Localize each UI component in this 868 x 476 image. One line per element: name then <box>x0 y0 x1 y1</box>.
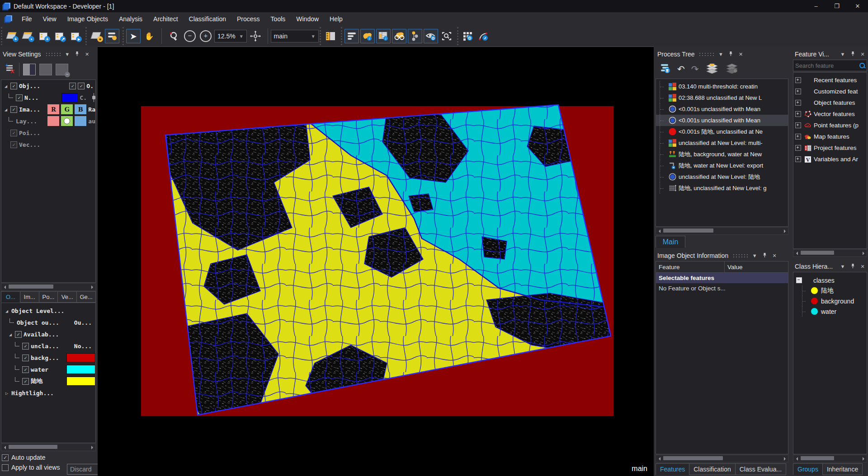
caret-icon[interactable]: ◢ <box>3 84 9 89</box>
expand-icon[interactable] <box>795 122 801 128</box>
pin-icon[interactable] <box>761 252 768 259</box>
pin-icon[interactable] <box>849 51 856 57</box>
class-checkbox[interactable]: ✓ <box>22 378 29 385</box>
horizontal-scrollbar[interactable] <box>656 227 788 235</box>
close-icon[interactable]: ✕ <box>859 264 866 270</box>
process-item[interactable]: <0.001s 陆地, unclassified at Ne <box>656 126 788 137</box>
tab-class-evaluation[interactable]: Class Evalua... <box>736 463 786 475</box>
tab-geometry[interactable]: Ge... <box>77 291 96 303</box>
expand-icon[interactable] <box>795 77 801 83</box>
process-tree-tab-main[interactable]: Main <box>656 236 685 248</box>
pin-icon[interactable] <box>727 51 734 57</box>
outline-color-swatch[interactable] <box>61 93 78 103</box>
scroll-left-arrow[interactable] <box>656 455 662 462</box>
drag-grip[interactable] <box>46 52 61 56</box>
copy-level-button[interactable]: ⚙ <box>725 63 739 75</box>
feature-view-button[interactable]: i <box>376 29 391 43</box>
tree-row-unclassified[interactable]: ✓ uncla... No... <box>1 340 95 352</box>
blue-layer-chip[interactable] <box>75 116 86 126</box>
process-item[interactable]: 陆地, background, water at New <box>656 149 788 160</box>
blue-channel-chip[interactable]: B <box>75 104 86 114</box>
single-view-button[interactable] <box>39 64 52 75</box>
feature-group[interactable]: Vector features <box>793 108 867 120</box>
vector-checkbox[interactable]: ✓ <box>10 141 17 148</box>
transparency-glasses-button[interactable] <box>392 29 406 43</box>
expand-icon[interactable] <box>795 89 801 94</box>
tree-row-vector[interactable]: ✓ Vec... <box>1 139 95 150</box>
scroll-left-arrow[interactable] <box>793 455 800 462</box>
scroll-left-arrow[interactable] <box>1 444 8 451</box>
feature-group[interactable]: Object features <box>793 97 867 108</box>
feature-group[interactable]: Recent features <box>793 75 867 86</box>
expand-icon[interactable] <box>795 145 801 151</box>
menu-file[interactable]: File <box>16 12 38 26</box>
close-button[interactable]: ✕ <box>847 0 868 12</box>
caret-icon[interactable]: ◢ <box>3 107 9 112</box>
point-checkbox[interactable]: ✓ <box>10 130 17 136</box>
tab-image-layers[interactable]: Im... <box>20 291 39 303</box>
zoom-in-button[interactable]: + <box>198 29 213 43</box>
menu-help[interactable]: Help <box>324 12 348 26</box>
class-row-background[interactable]: background <box>793 296 867 306</box>
tab-inheritance[interactable]: Inheritance <box>823 463 863 475</box>
zoom-level-select[interactable]: 12.5% ▼ <box>214 30 247 42</box>
tree-row-land[interactable]: ✓ 陆地 <box>1 375 95 387</box>
horizontal-scrollbar[interactable] <box>656 455 788 462</box>
new-workspace-button[interactable]: + <box>5 29 19 43</box>
process-item[interactable]: unclassified at New Level: 陆地 <box>656 171 788 182</box>
menu-analysis[interactable]: Analysis <box>113 12 148 26</box>
checkbox[interactable]: ✓ <box>69 83 76 89</box>
horizontal-scrollbar[interactable] <box>793 455 867 462</box>
view-settings-toggle-button[interactable] <box>105 29 119 43</box>
image-data-checkbox[interactable]: ✓ <box>10 106 17 113</box>
class-checkbox[interactable]: ✓ <box>22 366 29 373</box>
save-process-button[interactable] <box>659 63 671 75</box>
pin-icon[interactable] <box>74 51 81 57</box>
scroll-right-arrow[interactable] <box>782 455 788 462</box>
feature-group[interactable]: V Variables and Ar <box>793 154 867 165</box>
transparency-slider[interactable] <box>92 93 95 102</box>
green-channel-chip[interactable]: G <box>61 104 73 114</box>
tree-row-point[interactable]: ✓ Poi... <box>1 127 95 139</box>
menu-window[interactable]: Window <box>291 12 324 26</box>
zoom-to-window-button[interactable] <box>439 29 454 43</box>
red-layer-chip[interactable] <box>47 116 59 126</box>
chevron-down-icon[interactable]: ▼ <box>751 253 758 258</box>
map-viewport[interactable]: main <box>98 47 654 476</box>
minimize-button[interactable]: – <box>806 0 826 12</box>
scroll-left-arrow[interactable] <box>793 250 800 257</box>
apply-all-views-checkbox[interactable]: ✓ <box>2 464 9 471</box>
menu-image-objects[interactable]: Image Objects <box>62 12 113 26</box>
close-icon[interactable]: ✕ <box>859 51 866 57</box>
expand-icon[interactable] <box>795 134 801 140</box>
caret-icon[interactable]: ◢ <box>8 332 13 337</box>
tree-row-object-level[interactable]: ◢ Object Level... <box>1 305 95 317</box>
chevron-down-icon[interactable]: ▼ <box>717 51 724 57</box>
class-row-land[interactable]: 陆地 <box>793 285 867 296</box>
classes-root-row[interactable]: classes <box>793 275 867 285</box>
tree-row-image-data[interactable]: ◢ ✓ Ima... R G B Ra <box>1 103 95 115</box>
save-project-button[interactable]: ▸ <box>68 29 82 43</box>
drag-grip[interactable] <box>733 254 748 257</box>
search-feature-input[interactable] <box>793 62 859 69</box>
view-settings-eye-button[interactable]: ⚙ <box>424 29 438 43</box>
tab-features[interactable]: Features <box>656 463 689 475</box>
tree-row-water[interactable]: ✓ water <box>1 364 95 375</box>
remove-view-button[interactable]: − <box>56 64 68 75</box>
class-row-water[interactable]: water <box>793 306 867 317</box>
red-channel-chip[interactable]: R <box>47 104 59 114</box>
selectable-features-row[interactable]: Selectable features <box>656 273 788 283</box>
tree-row-background[interactable]: ✓ backg... <box>1 352 95 364</box>
feature-group[interactable]: Project features <box>793 142 867 154</box>
class-color-swatch[interactable] <box>66 353 95 362</box>
close-icon[interactable]: ✕ <box>771 253 778 259</box>
scroll-right-arrow[interactable] <box>89 444 95 451</box>
zoom-out-button[interactable]: − <box>183 29 197 43</box>
menu-process[interactable]: Process <box>231 12 265 26</box>
caret-icon[interactable]: ▷ <box>4 391 9 396</box>
process-item[interactable]: 陆地, unclassified at New Level: g <box>656 182 788 194</box>
expand-icon[interactable] <box>795 100 801 106</box>
caret-icon[interactable]: ◢ <box>4 308 9 313</box>
tree-row-highlight[interactable]: ▷ Hightligh... <box>1 387 95 399</box>
edit-image-layer-mixing-button[interactable]: ● <box>89 29 104 43</box>
